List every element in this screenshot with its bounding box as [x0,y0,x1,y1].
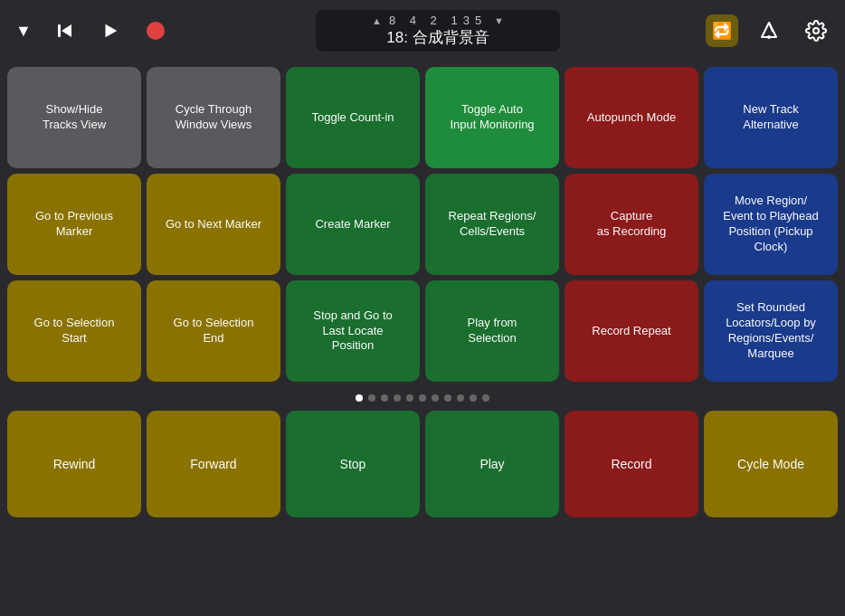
skip-back-button[interactable] [51,16,80,45]
cycle-through-window-views-button[interactable]: Cycle ThroughWindow Views [147,67,280,168]
svg-marker-1 [62,24,71,37]
pagination-dot-10[interactable] [470,394,477,402]
settings-icon-button[interactable] [800,14,832,47]
cycle-mode-button[interactable]: Cycle Mode [704,411,838,517]
dropdown-arrow-icon[interactable]: ▼ [13,20,34,42]
pagination-dot-7[interactable] [432,394,439,402]
pagination-dot-8[interactable] [444,394,451,402]
stop-button[interactable]: Stop [286,411,420,517]
pagination [0,387,845,405]
grid-row-2: Go to PreviousMarker Go to Next Marker C… [7,174,838,275]
pagination-dot-2[interactable] [368,394,375,402]
grid-section: Show/HideTracks View Cycle ThroughWindow… [0,62,845,387]
record-transport-button[interactable]: Record [565,411,698,517]
cycle-icon-button[interactable]: 🔁 [706,14,738,47]
rewind-button[interactable]: Rewind [7,411,141,517]
time-chevron-down[interactable]: ▼ [494,15,504,26]
play-button[interactable] [96,16,125,45]
svg-rect-0 [58,24,61,37]
record-button[interactable] [141,16,170,45]
go-to-next-marker-button[interactable]: Go to Next Marker [147,174,280,275]
pagination-dot-4[interactable] [394,394,401,402]
time-bars: 8 4 2 135 [389,14,487,27]
toggle-count-in-button[interactable]: Toggle Count-in [286,67,420,168]
pagination-dot-6[interactable] [419,394,426,402]
show-hide-tracks-view-button[interactable]: Show/HideTracks View [7,67,141,168]
pagination-dot-11[interactable] [482,394,489,402]
bottom-row: Rewind Forward Stop Play Record Cycle Mo… [7,411,838,517]
go-to-selection-start-button[interactable]: Go to SelectionStart [7,280,141,382]
capture-as-recording-button[interactable]: Captureas Recording [565,174,698,275]
app-container: ▼ ▲ 8 4 2 135 ▼ 18: 合成 [0,0,845,523]
time-display: ▲ 8 4 2 135 ▼ 18: 合成背景音 [316,10,560,52]
go-to-selection-end-button[interactable]: Go to SelectionEnd [147,280,280,382]
header: ▼ ▲ 8 4 2 135 ▼ 18: 合成 [0,0,845,62]
grid-row-3: Go to SelectionStart Go to SelectionEnd … [7,280,838,382]
grid-row-1: Show/HideTracks View Cycle ThroughWindow… [7,67,838,168]
pagination-dot-1[interactable] [356,394,363,402]
create-marker-button[interactable]: Create Marker [286,174,420,275]
repeat-regions-button[interactable]: Repeat Regions/Cells/Events [425,174,559,275]
play-transport-button[interactable]: Play [425,411,559,517]
forward-button[interactable]: Forward [147,411,280,517]
header-right: 🔁 [706,14,832,47]
toggle-auto-input-monitoring-button[interactable]: Toggle AutoInput Monitoring [425,67,559,168]
go-to-previous-marker-button[interactable]: Go to PreviousMarker [7,174,141,275]
time-chevron-up[interactable]: ▲ [372,15,382,26]
new-track-alternative-button[interactable]: New TrackAlternative [704,67,838,168]
time-label: 18: 合成背景音 [386,27,489,48]
stop-and-go-to-last-locate-button[interactable]: Stop and Go toLast LocatePosition [286,280,420,382]
pagination-dot-3[interactable] [381,394,388,402]
header-left: ▼ [13,16,170,45]
svg-point-6 [813,28,819,33]
autopunch-mode-button[interactable]: Autopunch Mode [565,67,698,168]
bottom-section: Rewind Forward Stop Play Record Cycle Mo… [0,405,845,523]
pagination-dot-9[interactable] [457,394,464,402]
play-from-selection-button[interactable]: Play fromSelection [425,280,559,382]
svg-marker-2 [106,24,118,38]
metronome-icon-button[interactable] [753,14,785,47]
pagination-dot-5[interactable] [406,394,413,402]
record-repeat-button[interactable]: Record Repeat [565,280,698,382]
svg-point-5 [768,36,770,38]
move-region-playhead-button[interactable]: Move Region/Event to PlayheadPosition (P… [704,174,838,275]
set-rounded-locators-button[interactable]: Set RoundedLocators/Loop byRegions/Event… [704,280,838,382]
